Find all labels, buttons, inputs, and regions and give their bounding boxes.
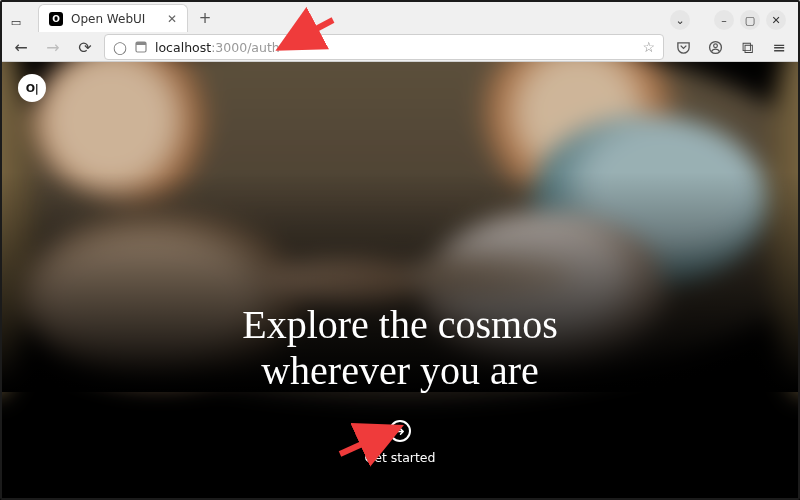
svg-point-3 — [713, 43, 717, 47]
session-icon[interactable]: ▭ — [6, 12, 26, 32]
app-menu-icon[interactable]: ≡ — [766, 34, 792, 60]
window-maximize-icon[interactable]: ▢ — [740, 10, 760, 30]
new-tab-button[interactable]: + — [192, 5, 218, 31]
reload-button[interactable]: ⟳ — [72, 34, 98, 60]
window-minimize-icon[interactable]: – — [714, 10, 734, 30]
get-started-button[interactable]: Get started — [365, 420, 436, 465]
back-button[interactable]: ← — [8, 34, 34, 60]
browser-chrome: ▭ O Open WebUI ✕ + ⌄ – ▢ ✕ ← → ⟳ ◯ local… — [0, 0, 800, 62]
get-started-label: Get started — [365, 450, 436, 465]
hero-section: Explore the cosmos wherever you are Get … — [0, 302, 800, 465]
svg-rect-1 — [136, 42, 146, 45]
tab-strip: ▭ O Open WebUI ✕ + ⌄ – ▢ ✕ — [0, 0, 800, 32]
tabs-overflow-icon[interactable]: ⌄ — [670, 10, 690, 30]
forward-button[interactable]: → — [40, 34, 66, 60]
extensions-icon[interactable]: ⧉ — [734, 34, 760, 60]
site-info-icon[interactable] — [135, 41, 147, 53]
pocket-icon[interactable] — [670, 34, 696, 60]
window-close-icon[interactable]: ✕ — [766, 10, 786, 30]
app-logo-badge[interactable]: O| — [18, 74, 46, 102]
page-content: O| Explore the cosmos wherever you are G… — [0, 62, 800, 500]
favicon-icon: O — [49, 12, 63, 26]
nav-row: ← → ⟳ ◯ localhost:3000/auth ☆ ⧉ ≡ — [0, 32, 800, 62]
hero-headline: Explore the cosmos wherever you are — [0, 302, 800, 394]
tracking-shield-icon[interactable]: ◯ — [113, 40, 127, 55]
arrow-right-circle-icon — [389, 420, 411, 442]
browser-tab-active[interactable]: O Open WebUI ✕ — [38, 4, 188, 32]
url-text: localhost:3000/auth — [155, 40, 280, 55]
url-bar[interactable]: ◯ localhost:3000/auth ☆ — [104, 34, 664, 60]
account-icon[interactable] — [702, 34, 728, 60]
tab-title: Open WebUI — [71, 12, 159, 26]
tab-close-icon[interactable]: ✕ — [167, 12, 177, 26]
bookmark-star-icon[interactable]: ☆ — [642, 39, 655, 55]
